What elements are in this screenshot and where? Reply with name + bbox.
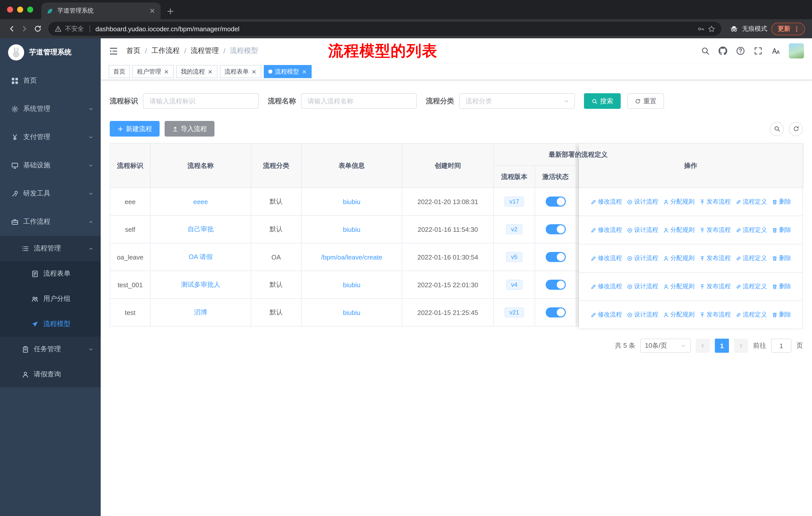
action-definition[interactable]: 流程定义 — [735, 197, 767, 206]
reset-button[interactable]: 重置 — [627, 93, 664, 109]
action-delete[interactable]: 删除 — [772, 282, 791, 291]
sidebar-item-workflow[interactable]: 工作流程 — [0, 208, 101, 236]
tag-process-model[interactable]: 流程模型 — [264, 65, 312, 78]
action-definition[interactable]: 流程定义 — [735, 310, 767, 319]
action-delete[interactable]: 删除 — [772, 310, 791, 319]
sidebar-item-process-form[interactable]: 流程表单 — [0, 261, 101, 286]
action-definition[interactable]: 流程定义 — [735, 282, 767, 291]
category-select[interactable]: 流程分类 — [459, 93, 575, 109]
form-info-link[interactable]: biubiu — [343, 198, 360, 205]
action-modify[interactable]: 修改流程 — [590, 310, 622, 319]
form-info-link[interactable]: biubiu — [343, 309, 360, 316]
process-name-link[interactable]: 滔博 — [194, 308, 207, 316]
process-key-input[interactable] — [143, 93, 259, 109]
process-name-link[interactable]: 自己审批 — [187, 225, 214, 233]
toggle-search-button[interactable] — [770, 122, 784, 136]
sidebar-item-leave-query[interactable]: 请假查询 — [0, 362, 101, 387]
tab-close-icon[interactable] — [149, 7, 155, 14]
tag-my-process[interactable]: 我的流程 — [176, 65, 218, 78]
action-modify[interactable]: 修改流程 — [590, 197, 622, 206]
action-publish[interactable]: 发布流程 — [699, 310, 731, 319]
bookmark-star-icon[interactable] — [708, 25, 715, 32]
close-icon[interactable] — [301, 69, 307, 74]
goto-page-input[interactable] — [771, 338, 791, 353]
breadcrumb-item[interactable]: 首页 — [126, 46, 141, 55]
action-modify[interactable]: 修改流程 — [590, 254, 622, 263]
action-assign-rule[interactable]: 分配规则 — [663, 197, 694, 206]
browser-tab[interactable]: 芋道管理系统 — [41, 2, 161, 19]
sidebar-logo[interactable]: 芋道管理系统 — [0, 38, 101, 66]
action-assign-rule[interactable]: 分配规则 — [663, 310, 694, 319]
action-publish[interactable]: 发布流程 — [699, 226, 731, 234]
action-design[interactable]: 设计流程 — [627, 254, 658, 263]
action-assign-rule[interactable]: 分配规则 — [663, 226, 694, 234]
tag-home[interactable]: 首页 — [109, 65, 130, 78]
action-design[interactable]: 设计流程 — [627, 226, 658, 234]
address-bar[interactable]: 不安全 dashboard.yudao.iocoder.cn/bpm/manag… — [48, 22, 721, 36]
active-status-switch[interactable] — [546, 307, 566, 318]
page-size-select[interactable]: 10条/页 — [640, 338, 691, 353]
form-info-link[interactable]: biubiu — [343, 225, 360, 233]
sidebar-item-task-manage[interactable]: 任务管理 — [0, 336, 101, 362]
close-icon[interactable] — [251, 69, 257, 74]
next-page-button[interactable] — [734, 338, 748, 353]
form-info-link[interactable]: /bpm/oa/leave/create — [321, 253, 382, 261]
search-button[interactable]: 搜索 — [584, 93, 621, 109]
active-status-switch[interactable] — [546, 252, 566, 262]
sidebar-item-process-model[interactable]: 流程模型 — [0, 311, 101, 336]
window-close-button[interactable] — [7, 6, 13, 12]
process-name-link[interactable]: OA 请假 — [188, 253, 212, 261]
action-assign-rule[interactable]: 分配规则 — [663, 254, 694, 263]
action-assign-rule[interactable]: 分配规则 — [663, 282, 694, 291]
action-design[interactable]: 设计流程 — [627, 310, 658, 319]
window-zoom-button[interactable] — [27, 6, 33, 12]
active-status-switch[interactable] — [546, 224, 566, 234]
close-icon[interactable] — [164, 69, 169, 74]
user-avatar[interactable] — [789, 43, 804, 58]
process-name-link[interactable]: 测试多审批人 — [181, 281, 220, 288]
github-icon[interactable] — [718, 46, 727, 55]
sidebar-item-system[interactable]: 系统管理 — [0, 95, 101, 123]
prev-page-button[interactable] — [696, 338, 710, 353]
breadcrumb-item[interactable]: 流程管理 — [191, 46, 219, 55]
menu-dots-icon[interactable] — [793, 25, 801, 32]
breadcrumb-item[interactable]: 工作流程 — [151, 46, 180, 55]
action-publish[interactable]: 发布流程 — [699, 197, 731, 206]
action-design[interactable]: 设计流程 — [627, 282, 658, 291]
action-design[interactable]: 设计流程 — [627, 197, 658, 206]
fullscreen-icon[interactable] — [754, 46, 763, 55]
tag-tenant-manage[interactable]: 租户管理 — [133, 65, 174, 78]
forward-icon[interactable] — [18, 22, 31, 35]
window-minimize-button[interactable] — [17, 6, 23, 12]
active-status-switch[interactable] — [546, 196, 566, 207]
sidebar-item-home[interactable]: 首页 — [0, 66, 101, 95]
sidebar-item-payment[interactable]: 支付管理 — [0, 123, 101, 151]
action-delete[interactable]: 删除 — [772, 254, 791, 263]
key-icon[interactable] — [697, 25, 705, 32]
search-icon[interactable] — [701, 46, 710, 55]
reload-icon[interactable] — [31, 22, 44, 35]
close-icon[interactable] — [207, 69, 213, 74]
font-size-icon[interactable] — [771, 46, 780, 55]
action-definition[interactable]: 流程定义 — [735, 254, 767, 263]
tag-process-form[interactable]: 流程表单 — [220, 65, 261, 78]
update-button[interactable]: 更新 — [771, 22, 805, 35]
action-modify[interactable]: 修改流程 — [590, 226, 622, 234]
sidebar-item-devtools[interactable]: 研发工具 — [0, 180, 101, 208]
action-delete[interactable]: 删除 — [772, 197, 791, 206]
active-status-switch[interactable] — [546, 280, 566, 290]
action-modify[interactable]: 修改流程 — [590, 282, 622, 291]
process-name-link[interactable]: eeee — [193, 198, 208, 205]
back-icon[interactable] — [5, 22, 18, 35]
question-icon[interactable] — [736, 46, 745, 55]
create-process-button[interactable]: 新建流程 — [110, 121, 160, 137]
process-name-input[interactable] — [301, 93, 417, 109]
action-publish[interactable]: 发布流程 — [699, 282, 731, 291]
action-definition[interactable]: 流程定义 — [735, 226, 767, 234]
sidebar-fold-icon[interactable] — [109, 46, 118, 56]
sidebar-item-infrastructure[interactable]: 基础设施 — [0, 151, 101, 180]
form-info-link[interactable]: biubiu — [343, 281, 360, 289]
action-publish[interactable]: 发布流程 — [699, 254, 731, 263]
refresh-table-button[interactable] — [789, 122, 803, 136]
import-process-button[interactable]: 导入流程 — [165, 121, 214, 137]
